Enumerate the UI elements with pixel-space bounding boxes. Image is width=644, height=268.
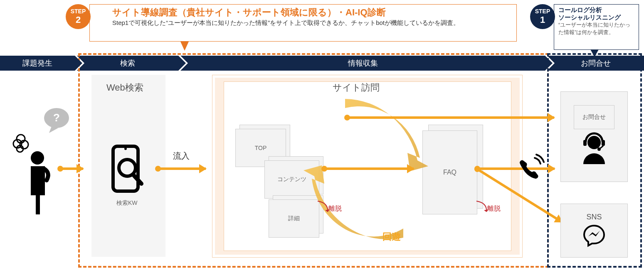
exit-from-faq: 離脱 [487, 204, 501, 213]
step2-title: サイト導線調査（貴社サイト・サポート領域に限る）・AI-IQ診断 [112, 6, 512, 19]
arrow-inflow [158, 167, 206, 170]
step1-desc: “ユーザーが本当に知りたかった情報”は何かを調査。 [558, 21, 634, 36]
svg-point-8 [31, 151, 44, 165]
sns-card: SNS [560, 204, 628, 258]
question-bubble-icon: ? [42, 106, 72, 138]
phase-issue-label: 課題発生 [22, 58, 52, 68]
phone-ringing-icon [518, 154, 545, 182]
svg-text:?: ? [53, 111, 60, 124]
page-faq-label: FAQ [443, 169, 456, 176]
step2-badge-num: 2 [66, 15, 91, 25]
contact-doc-icon: お問合せ [574, 105, 614, 129]
step2-desc: Step1で可視化した“ユーザーが本当に知りたかった情報”をサイト上で取得できる… [112, 19, 512, 27]
exit-from-detail: 離脱 [328, 204, 342, 213]
roam-label: 回遊 [382, 231, 401, 243]
inflow-label: 流入 [173, 150, 190, 162]
contact-doc-label: お問合せ [582, 113, 606, 121]
operator-icon [579, 132, 609, 168]
arrow-top-to-contact [347, 116, 554, 119]
step1-badge-top: STEP [530, 8, 555, 15]
confused-person-icon [12, 129, 62, 226]
svg-rect-12 [583, 140, 587, 146]
svg-line-15 [599, 146, 603, 149]
search-kw-caption: 検索KW [116, 199, 138, 207]
step2-badge-top: STEP [66, 8, 91, 15]
svg-point-11 [587, 136, 601, 149]
contact-card: お問合せ [560, 91, 628, 182]
step2-callout: サイト導線調査（貴社サイト・サポート領域に限る）・AI-IQ診断 Step1で可… [89, 4, 517, 42]
web-search-heading: Web検索 [106, 81, 143, 94]
step1-title-line2: ソーシャルリスニング [558, 14, 634, 21]
phase-issue: 課題発生 [0, 56, 75, 71]
arrow-contents-to-faq [324, 167, 414, 170]
messenger-icon [582, 224, 606, 249]
step2-badge: STEP 2 [66, 4, 91, 29]
sns-label: SNS [586, 213, 602, 221]
svg-point-1 [124, 148, 127, 150]
step1-badge: STEP 1 [530, 4, 555, 29]
site-visit-heading: サイト訪問 [333, 81, 380, 94]
svg-rect-13 [602, 140, 605, 146]
page-top-label: TOP [255, 145, 267, 151]
step1-badge-num: 1 [530, 15, 555, 25]
arrow-person-to-search [60, 167, 83, 170]
step2-pointer [180, 42, 189, 51]
smartphone-search-icon [106, 145, 148, 196]
step1-title-line1: コールログ分析 [558, 6, 634, 14]
step1-callout: コールログ分析 ソーシャルリスニング “ユーザーが本当に知りたかった情報”は何か… [554, 4, 639, 50]
